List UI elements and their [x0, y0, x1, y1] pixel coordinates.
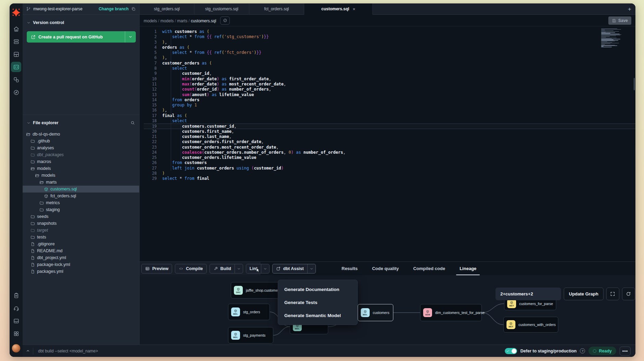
code-line-27[interactable]: 27 left join customer_orders using (cust…: [144, 166, 635, 171]
close-tab-icon[interactable]: ×: [353, 7, 355, 12]
tree-item-readme-md[interactable]: README.md: [23, 247, 139, 254]
code-editor[interactable]: 1with customers as (2 select * from {{ r…: [140, 26, 635, 261]
file-explorer-header[interactable]: File explorer: [23, 115, 130, 127]
tree-item-dbt-project-yml[interactable]: dbt_project.yml: [23, 254, 139, 261]
code-line-23[interactable]: 23 customer_orders.most_recent_order_dat…: [144, 145, 635, 150]
lineage-node-stg_orders[interactable]: MDLstg_orders: [228, 304, 270, 320]
code-line-13[interactable]: 13 sum(amount) as lifetime_value: [144, 92, 635, 97]
code-line-1[interactable]: 1with customers as (: [144, 29, 635, 34]
rail-item-support[interactable]: [11, 303, 21, 313]
editor-tab-stg_orders-sql[interactable]: stg_orders.sql: [140, 3, 194, 14]
lineage-node-customers_with_orders[interactable]: METcustomers_with_orders: [503, 317, 558, 333]
code-line-11[interactable]: 11 max(order_date) as most_recent_order_…: [144, 82, 635, 87]
breadcrumb-part[interactable]: marts: [177, 19, 187, 23]
rail-item-develop[interactable]: [11, 62, 21, 72]
panel-tab-code-quality[interactable]: Code quality: [371, 262, 400, 275]
tree-item-target[interactable]: target: [23, 227, 139, 234]
code-line-19[interactable]: 19 customers.customer_id,: [144, 124, 635, 129]
panel-tab-compiled-code[interactable]: Compiled code: [412, 262, 446, 275]
code-line-18[interactable]: 18 select: [144, 118, 635, 124]
file-search-icon[interactable]: [130, 120, 135, 127]
tree-item-analyses[interactable]: analyses: [23, 144, 139, 151]
version-control-header[interactable]: Version control: [23, 15, 139, 27]
refresh-button[interactable]: [622, 288, 635, 300]
code-line-17[interactable]: 17final as (: [144, 113, 635, 118]
menu-item-generate-documentation[interactable]: Generate Documentation: [278, 283, 357, 295]
tree-item-snapshots[interactable]: snapshots: [23, 220, 139, 227]
save-button[interactable]: Save: [608, 16, 631, 25]
menu-item-generate-tests[interactable]: Generate Tests: [278, 296, 357, 308]
defer-toggle[interactable]: [505, 348, 517, 354]
command-input[interactable]: dbt build --select <model_name>: [38, 349, 505, 353]
menu-item-generate-semantic-model[interactable]: Generate Semantic Model: [278, 309, 357, 322]
copy-icon[interactable]: [131, 7, 136, 11]
editor-tab-customers-sql[interactable]: customers.sql×: [304, 3, 373, 15]
editor-tab-stg_customers-sql[interactable]: stg_customers.sql: [194, 3, 249, 14]
lineage-node-stg_payments[interactable]: MDLstg_payments: [228, 327, 273, 343]
help-icon[interactable]: ?: [580, 348, 585, 353]
code-line-10[interactable]: 10 min(order_date) as first_order_date,: [144, 77, 635, 82]
breadcrumb-part[interactable]: customers.sql: [191, 19, 216, 23]
build-caret[interactable]: [235, 264, 243, 273]
dbt-assist-button[interactable]: dbt Assist: [272, 264, 316, 273]
tree-item-models[interactable]: models: [23, 165, 139, 172]
rail-item-apps[interactable]: [11, 328, 21, 339]
code-line-8[interactable]: 8 select: [144, 66, 635, 71]
code-line-26[interactable]: 26 from customers: [144, 160, 635, 165]
rail-item-catalog[interactable]: [11, 316, 21, 326]
rail-item-explore[interactable]: [11, 87, 21, 97]
rail-item-dashboard[interactable]: [11, 49, 21, 59]
rail-item-home[interactable]: [11, 24, 21, 34]
tree-item-dbt-packages[interactable]: dbt_packages: [23, 151, 139, 158]
code-line-9[interactable]: 9 customer_id,: [144, 71, 635, 76]
code-line-15[interactable]: 15 group by 1: [144, 103, 635, 108]
tree-item--github[interactable]: .github: [23, 138, 139, 144]
code-line-3[interactable]: 3),: [144, 40, 635, 45]
code-line-25[interactable]: 25 customer_orders.lifetime_value: [144, 155, 635, 160]
new-tab-button[interactable]: +: [628, 3, 631, 15]
tree-item-macros[interactable]: macros: [23, 158, 139, 165]
lineage-node-jaffle_shop_customers[interactable]: SRCjaffle_shop.customers: [231, 282, 283, 299]
build-button[interactable]: Build: [210, 264, 243, 273]
tree-item--gitignore[interactable]: .gitignore: [23, 241, 139, 247]
panel-tab-results[interactable]: Results: [340, 262, 359, 275]
code-line-29[interactable]: 29select * from final: [144, 176, 635, 181]
code-line-6[interactable]: 6),: [144, 55, 635, 60]
change-branch-link[interactable]: Change branch: [99, 7, 129, 11]
tree-item-fct-orders-sql[interactable]: fct_orders.sql: [23, 193, 139, 199]
dbt-assist-caret[interactable]: [307, 264, 315, 273]
code-line-7[interactable]: 7customer_orders as (: [144, 61, 635, 66]
rail-item-deploy[interactable]: [11, 74, 21, 85]
code-line-5[interactable]: 5 select * from {{ ref('fct_orders')}}: [144, 50, 635, 55]
lineage-node-customers[interactable]: MDLcustomers: [358, 304, 393, 321]
tree-item-metrics[interactable]: metrics: [23, 199, 139, 206]
breadcrumb-part[interactable]: models: [144, 19, 157, 23]
lineage-node-dim_customers_test_for_parse[interactable]: SEMdim_customers_test_for_parse: [420, 304, 482, 321]
rail-item-projects[interactable]: [11, 36, 21, 47]
code-line-21[interactable]: 21 customers.last_name,: [144, 134, 635, 139]
rail-item-notes[interactable]: [11, 290, 21, 301]
more-options-button[interactable]: •••: [620, 347, 631, 356]
tree-item-seeds[interactable]: seeds: [23, 213, 139, 220]
tree-item-models[interactable]: models: [23, 172, 139, 179]
tree-item-staging[interactable]: staging: [23, 206, 139, 213]
tree-item-marts[interactable]: marts: [23, 179, 139, 186]
tree-item-customers-sql[interactable]: customers.sql: [23, 186, 139, 193]
lint-caret[interactable]: [261, 264, 269, 273]
tree-item-package-lock-yml[interactable]: package-lock.yml: [23, 261, 139, 268]
code-line-14[interactable]: 14 from orders: [144, 97, 635, 103]
code-line-22[interactable]: 22 customer_orders.first_order_date,: [144, 139, 635, 144]
editor-scrollbar[interactable]: [634, 78, 635, 90]
expand-command-bar-button[interactable]: [23, 349, 33, 353]
fullscreen-button[interactable]: [606, 288, 619, 300]
code-line-20[interactable]: 20 customers.first_name,: [144, 129, 635, 134]
dbt-logo-icon[interactable]: [12, 8, 21, 16]
preview-button[interactable]: Preview: [141, 264, 172, 273]
parse-status-button[interactable]: [220, 16, 230, 25]
code-line-28[interactable]: 28): [144, 171, 635, 176]
lineage-selector-input[interactable]: 2+customers+2: [496, 288, 561, 300]
editor-tab-fct_orders-sql[interactable]: fct_orders.sql: [249, 3, 304, 14]
code-line-4[interactable]: 4orders as (: [144, 45, 635, 50]
update-graph-button[interactable]: Update Graph: [564, 288, 604, 300]
code-line-2[interactable]: 2 select * from {{ ref('stg_customers')}…: [144, 34, 635, 39]
